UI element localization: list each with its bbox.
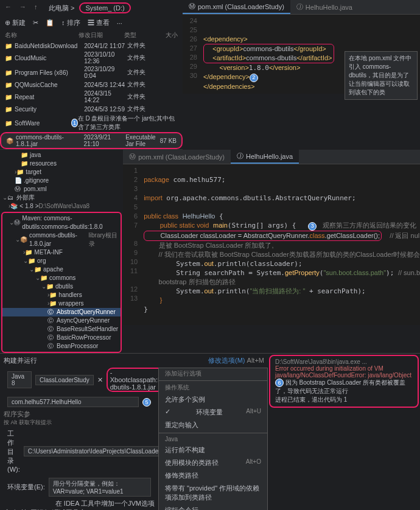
menu-item[interactable]: 修饰类路径 (159, 469, 267, 482)
xml-gutter: 24252627282930 (183, 15, 201, 94)
tree-node[interactable]: ⒸBeanProcessor (2, 342, 121, 351)
menu-item[interactable]: 将带有 "provided" 作用域的依赖项添加到类路径 (159, 482, 267, 504)
file-row[interactable]: 📁Repeat2024/3/15 14:22文件夹 (0, 89, 183, 104)
tree-node[interactable]: 📄.gitignore (0, 176, 123, 185)
copy-button[interactable]: 📋 (46, 18, 54, 27)
tree-node[interactable]: 📁resources (0, 159, 123, 168)
file-explorer: ← → ↑ 此电脑 > System_ (D:) ⊕ 新建 ✂ 📋 ↕ 排序 ☰… (0, 0, 183, 150)
tree-node[interactable]: ⌄📦commons-dbutils-1.8.0.jar library根目录 (2, 231, 121, 248)
tree-node[interactable]: ⌄📁dbutils (2, 282, 121, 291)
up-icon[interactable]: ↑ (34, 3, 44, 13)
tab-pom-xml[interactable]: Ⓜ pom.xml (ClassLoaderStudy) (183, 0, 290, 14)
tree-node[interactable]: ⒸAsyncQueryRunner (2, 316, 121, 325)
menu-item[interactable]: 允许多个实例 (159, 393, 267, 406)
program-args-label: 程序实参 (4, 410, 155, 419)
more-button[interactable]: ··· (117, 18, 122, 27)
menu-item[interactable]: 环境变量Alt+U (159, 406, 267, 419)
tree-node[interactable]: ›📁wrappers (2, 299, 121, 308)
tab-helhuhello[interactable]: Ⓙ HelhuHello.java (290, 0, 359, 14)
java-tabs: Ⓜ pom.xml (ClassLoaderStudy) Ⓙ HelhuHell… (123, 150, 420, 164)
tree-node[interactable]: ›📚< 1.8 > D:\SoftWare\Java8 (0, 202, 123, 211)
run-config-header: 构建并运行 (4, 356, 155, 365)
breadcrumb-drive[interactable]: System_ (D:) (79, 2, 130, 13)
tree-node[interactable]: ⌄📁commons (2, 274, 121, 282)
env-label: 环境变量(E): (7, 483, 45, 492)
module-select[interactable]: ClassLoaderStudy (35, 375, 94, 385)
new-button[interactable]: ⊕ 新建 (5, 18, 26, 27)
forward-icon[interactable]: → (19, 3, 29, 13)
menu-title: 添加运行选项 (159, 368, 267, 379)
tab-pom-xml-2[interactable]: Ⓜ pom.xml (ClassLoaderStudy) (123, 150, 231, 164)
main-class-input[interactable]: com.helhu577.HelhuHello (7, 397, 139, 407)
env-input[interactable]: 用分号分隔变量，例如：VAR=value; VAR1=value1 (49, 478, 151, 497)
file-row[interactable]: 📁SoftWare1 在 D 盘根目录准备一个 jar包;其中包含了第三方类库 (0, 114, 183, 132)
column-headers: 名称 修改日期 类型 大小 (0, 30, 183, 41)
view-button[interactable]: ☰ 查看 (88, 18, 110, 27)
workdir-label: 工作目录(W): (7, 429, 20, 473)
breadcrumb-prefix[interactable]: 此电脑 > (49, 4, 74, 13)
file-row[interactable]: 📁BaiduNetdiskDownload2024/1/2 11:07文件夹 (0, 41, 183, 51)
run-config-panel: 构建并运行 Java 8 ClassLoaderStudy ✕ -Xbootcl… (0, 354, 158, 510)
java-editor[interactable]: 12345678910111213 package com.helhu577; … (123, 164, 420, 325)
file-row[interactable]: 📁QQMusicCache2024/5/3 12:44文件夹 (0, 80, 183, 89)
tree-node[interactable]: ⌄🗂外部库 (0, 194, 123, 202)
java-select[interactable]: Java 8 (7, 371, 32, 388)
error-output: D:\SoftWare\Java8\bin\java.exe ... Error… (269, 355, 419, 408)
back-icon[interactable]: ← (5, 3, 15, 13)
annotation-2: 2 (250, 74, 258, 82)
file-row[interactable]: 📁Program Files (x86)2023/10/29 0:04文件夹 (0, 65, 183, 80)
tree-node[interactable]: ›📁META-INF (2, 248, 121, 257)
menu-item[interactable]: 缩短命令行 (159, 504, 267, 510)
tab-helhuhello-2[interactable]: Ⓙ HelhuHello.java (231, 150, 299, 164)
file-row[interactable]: 📁Security2024/5/3 12:59文件夹 (0, 104, 183, 114)
workdir-input[interactable]: C:\Users\Administrator\IdeaProjects\Clas… (24, 446, 180, 456)
hint-label: 按 Alt 获取字段提示 (4, 419, 155, 427)
file-row[interactable]: 📦commons-dbutils-1.8.1.jar2023/9/21 21:1… (0, 132, 183, 149)
tree-node[interactable]: ⒸBaseResultSetHandler (2, 325, 121, 334)
tree-node[interactable]: 📁java (0, 151, 123, 159)
java-gutter: 12345678910111213 (123, 164, 141, 325)
modify-options-link[interactable]: 修改选项(M) (208, 357, 245, 364)
remove-button[interactable]: ✕ (97, 376, 103, 384)
tree-node[interactable]: ›📁target (0, 168, 123, 176)
tree-node[interactable]: ⌄ⓂMaven: commons-dbutils:commons-dbutils… (2, 214, 121, 231)
menu-item[interactable]: 重定向输入 (159, 419, 267, 431)
options-context-menu: 添加运行选项 操作系统 允许多个实例环境变量Alt+U重定向输入 Java 运行… (158, 368, 268, 510)
tree-node[interactable]: Ⓜpom.xml (0, 185, 123, 194)
idea-note: 在 IDEA 工具中增加一个JVM选项 (4, 499, 155, 508)
tree-node[interactable]: ⌄📁apache (2, 265, 121, 274)
tree-node[interactable]: ⒸBasicRowProcessor (2, 334, 121, 342)
menu-item[interactable]: 使用模块的类路径Alt+O (159, 456, 267, 469)
menu-item[interactable]: 运行前不构建 (159, 444, 267, 456)
sort-button[interactable]: ↕ 排序 (61, 18, 80, 27)
annotation-3: 3 (308, 222, 317, 231)
cut-button[interactable]: ✂ (33, 18, 38, 27)
annotation-5: 5 (142, 398, 151, 407)
xml-editor[interactable]: 24252627282930 <dependency> <groupId>com… (183, 15, 420, 94)
tree-node[interactable]: ›📁handlers (2, 291, 121, 299)
annotation-6: 6 (275, 379, 284, 387)
tree-node[interactable]: ⌄📁org (2, 257, 121, 265)
tree-node[interactable]: ⒸAbstractQueryRunner (2, 308, 121, 316)
xml-tooltip: 在本地 pom.xml 文件中引入 commons-dbutils，其目的是为了… (345, 51, 418, 100)
project-tree[interactable]: 📁java 📁resources›📁target 📄.gitignore Ⓜpo… (0, 150, 123, 353)
file-row[interactable]: 📁CloudMusic2023/10/10 12:36文件夹 (0, 51, 183, 65)
xml-tabs: Ⓜ pom.xml (ClassLoaderStudy) Ⓙ HelhuHell… (183, 0, 420, 15)
